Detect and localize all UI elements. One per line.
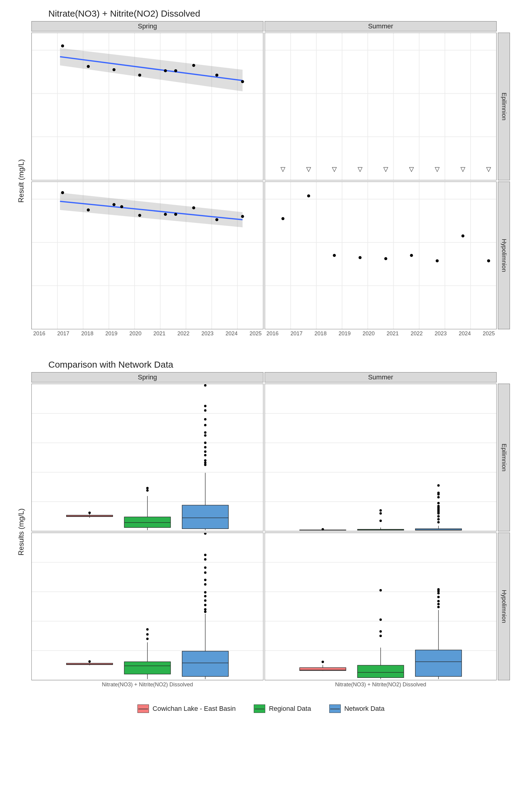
svg-point-67 <box>174 213 177 216</box>
scatter-trend-chart: Nitrate(NO3) + Nitrite(NO2) Dissolved Re… <box>12 8 510 341</box>
bottom-chart-title: Comparison with Network Data <box>48 360 510 370</box>
svg-point-173 <box>146 628 148 630</box>
legend-label-regional: Regional Data <box>269 705 311 713</box>
svg-point-69 <box>215 218 218 221</box>
svg-point-91 <box>461 235 464 238</box>
bot-xcat-0: Nitrate(NO3) + Nitrite(NO2) Dissolved <box>102 682 193 692</box>
svg-point-177 <box>204 610 207 613</box>
svg-marker-45 <box>486 167 490 171</box>
legend-item-regional: Regional Data <box>254 705 311 713</box>
svg-point-186 <box>204 566 207 569</box>
bot-row-strip-hypo: Hypolimnion <box>498 532 510 680</box>
bottom-ylab: Results (mg/L) <box>12 384 30 680</box>
svg-point-120 <box>204 424 207 426</box>
svg-marker-41 <box>384 167 388 171</box>
svg-point-61 <box>61 191 64 194</box>
svg-point-188 <box>204 554 207 556</box>
svg-point-213 <box>437 596 440 598</box>
top-row-strip-epi: Epilimnion <box>498 33 510 180</box>
legend-key-network <box>329 705 341 713</box>
svg-rect-175 <box>182 651 228 677</box>
svg-point-212 <box>437 600 440 602</box>
svg-point-85 <box>307 195 310 198</box>
svg-rect-201 <box>357 665 404 677</box>
svg-point-187 <box>204 558 207 561</box>
svg-point-144 <box>437 521 440 524</box>
svg-point-15 <box>61 44 64 47</box>
svg-point-65 <box>138 214 141 217</box>
svg-point-153 <box>437 502 440 504</box>
bot-panel-spring-hypo: 0.5 0.4 0.3 0.2 0.1 0.0 <box>32 532 263 680</box>
svg-rect-104 <box>124 517 170 527</box>
svg-point-112 <box>204 462 207 464</box>
svg-marker-39 <box>332 167 337 171</box>
svg-point-181 <box>204 595 207 597</box>
svg-marker-37 <box>281 167 285 171</box>
top-panel-spring-hypo: 0.06 0.04 0.02 <box>32 182 263 329</box>
bot-col-strip-spring: Spring <box>32 372 263 382</box>
svg-point-184 <box>204 579 207 581</box>
svg-marker-40 <box>358 167 362 171</box>
bot-row-strip-epi: Epilimnion <box>498 384 510 531</box>
svg-point-115 <box>204 450 207 453</box>
svg-point-87 <box>359 256 362 259</box>
svg-point-134 <box>322 528 324 530</box>
svg-marker-43 <box>435 167 439 171</box>
legend-item-network: Network Data <box>329 705 385 713</box>
svg-point-17 <box>113 68 115 71</box>
top-col-strip-summer: Summer <box>265 21 497 32</box>
svg-point-211 <box>437 603 440 605</box>
legend: Cowichan Lake - East Basin Regional Data… <box>12 705 510 713</box>
svg-point-216 <box>437 588 440 591</box>
svg-point-118 <box>204 434 207 437</box>
svg-point-152 <box>437 505 440 507</box>
bot-xaxis: Nitrate(NO3) + Nitrite(NO2) Dissolved Ni… <box>32 682 497 692</box>
svg-rect-208 <box>415 650 462 677</box>
svg-point-113 <box>204 459 207 462</box>
svg-point-138 <box>379 520 382 522</box>
top-ylab: Result (mg/L) <box>12 33 30 329</box>
svg-point-18 <box>138 74 141 77</box>
svg-rect-169 <box>124 662 170 674</box>
svg-point-62 <box>87 208 90 211</box>
svg-point-116 <box>204 446 207 448</box>
svg-point-121 <box>204 418 207 421</box>
svg-point-107 <box>146 487 148 489</box>
legend-item-cowichan: Cowichan Lake - East Basin <box>137 705 236 713</box>
svg-point-182 <box>204 591 207 594</box>
svg-point-117 <box>204 442 207 444</box>
svg-point-20 <box>174 69 177 72</box>
svg-point-146 <box>437 515 440 517</box>
svg-point-210 <box>437 606 440 608</box>
boxplot-chart: Comparison with Network Data Results (mg… <box>12 360 510 692</box>
svg-marker-38 <box>307 167 311 171</box>
svg-point-102 <box>88 512 91 514</box>
top-panel-summer-hypo <box>265 182 497 329</box>
svg-point-23 <box>241 80 244 83</box>
legend-label-cowichan: Cowichan Lake - East Basin <box>153 705 236 713</box>
svg-point-214 <box>437 592 440 594</box>
svg-point-19 <box>164 69 167 72</box>
svg-point-122 <box>204 409 207 412</box>
svg-point-21 <box>192 64 195 67</box>
bot-panel-spring-epi: 0.5 0.4 0.3 0.2 0.1 0.0 <box>32 384 263 531</box>
svg-point-180 <box>204 599 207 602</box>
top-xaxis: 2016201720182019202020212022202320242025… <box>32 330 497 341</box>
svg-point-145 <box>437 518 440 521</box>
top-panel-summer-epi <box>265 33 497 180</box>
svg-point-206 <box>379 589 382 591</box>
svg-marker-13 <box>60 48 243 91</box>
svg-point-205 <box>379 618 382 621</box>
svg-point-179 <box>204 604 207 606</box>
svg-point-89 <box>410 254 413 257</box>
svg-point-124 <box>204 384 207 387</box>
bot-panel-summer-epi <box>265 384 497 531</box>
svg-point-154 <box>437 496 440 499</box>
svg-marker-44 <box>461 167 465 171</box>
svg-point-204 <box>379 630 382 633</box>
svg-point-88 <box>384 257 387 260</box>
svg-point-64 <box>120 205 123 208</box>
bot-xcat-1: Nitrate(NO3) + Nitrite(NO2) Dissolved <box>335 682 426 692</box>
svg-point-123 <box>204 405 207 407</box>
svg-point-63 <box>113 203 115 206</box>
